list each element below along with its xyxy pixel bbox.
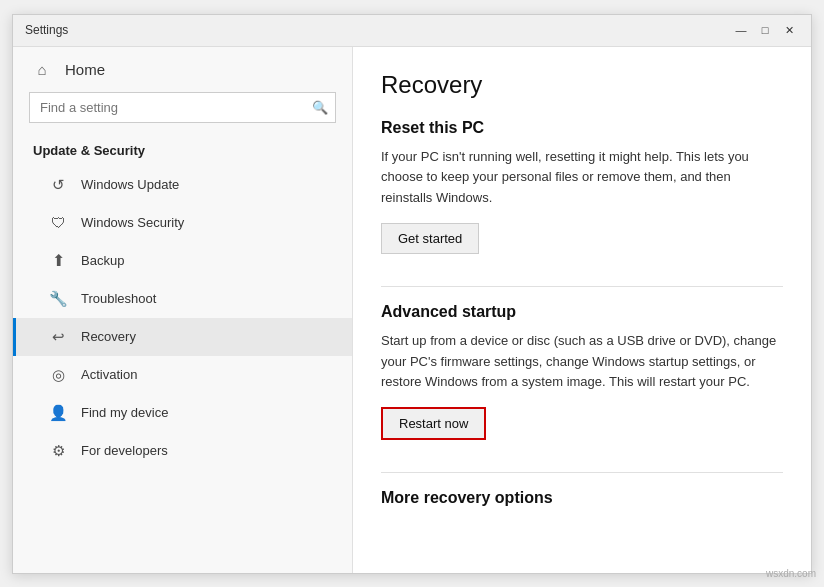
- main-content: Recovery Reset this PC If your PC isn't …: [353, 47, 811, 573]
- page-title: Recovery: [381, 71, 783, 99]
- restart-now-button[interactable]: Restart now: [381, 407, 486, 440]
- sidebar-item-backup[interactable]: ⬆ Backup: [13, 241, 352, 280]
- title-bar: Settings — □ ✕: [13, 15, 811, 47]
- windows-update-icon: ↺: [49, 176, 67, 194]
- troubleshoot-icon: 🔧: [49, 290, 67, 308]
- reset-section-title: Reset this PC: [381, 119, 783, 137]
- for-developers-icon: ⚙: [49, 442, 67, 460]
- sidebar-item-find-my-device[interactable]: 👤 Find my device: [13, 394, 352, 432]
- search-box: 🔍: [29, 92, 336, 123]
- windows-security-icon: 🛡: [49, 214, 67, 231]
- sidebar-item-troubleshoot[interactable]: 🔧 Troubleshoot: [13, 280, 352, 318]
- sidebar-item-label: Windows Update: [81, 177, 179, 192]
- maximize-button[interactable]: □: [755, 20, 775, 40]
- sidebar-item-label: Backup: [81, 253, 124, 268]
- activation-icon: ◎: [49, 366, 67, 384]
- content-area: ⌂ Home 🔍 Update & Security ↺ Windows Upd…: [13, 47, 811, 573]
- home-label: Home: [65, 61, 105, 78]
- get-started-button[interactable]: Get started: [381, 223, 479, 254]
- sidebar-item-activation[interactable]: ◎ Activation: [13, 356, 352, 394]
- home-icon: ⌂: [33, 61, 51, 78]
- sidebar-item-windows-security[interactable]: 🛡 Windows Security: [13, 204, 352, 241]
- sidebar-item-windows-update[interactable]: ↺ Windows Update: [13, 166, 352, 204]
- sidebar-item-label: For developers: [81, 443, 168, 458]
- sidebar-item-label: Troubleshoot: [81, 291, 156, 306]
- watermark: wsxdn.com: [766, 568, 816, 579]
- window-controls: — □ ✕: [731, 20, 799, 40]
- more-recovery-title: More recovery options: [381, 489, 783, 507]
- window-title: Settings: [25, 23, 731, 37]
- sidebar-item-label: Find my device: [81, 405, 168, 420]
- sidebar-section-title: Update & Security: [13, 135, 352, 166]
- settings-window: Settings — □ ✕ ⌂ Home 🔍 Update & Securit…: [12, 14, 812, 574]
- minimize-button[interactable]: —: [731, 20, 751, 40]
- advanced-section-desc: Start up from a device or disc (such as …: [381, 331, 783, 393]
- close-button[interactable]: ✕: [779, 20, 799, 40]
- sidebar-item-label: Recovery: [81, 329, 136, 344]
- sidebar-item-for-developers[interactable]: ⚙ For developers: [13, 432, 352, 470]
- advanced-section-title: Advanced startup: [381, 303, 783, 321]
- recovery-icon: ↩: [49, 328, 67, 346]
- section-divider: [381, 286, 783, 287]
- sidebar: ⌂ Home 🔍 Update & Security ↺ Windows Upd…: [13, 47, 353, 573]
- search-icon: 🔍: [312, 100, 328, 115]
- reset-section-desc: If your PC isn't running well, resetting…: [381, 147, 783, 209]
- section-divider-2: [381, 472, 783, 473]
- search-input[interactable]: [29, 92, 336, 123]
- sidebar-home[interactable]: ⌂ Home: [13, 47, 352, 92]
- backup-icon: ⬆: [49, 251, 67, 270]
- sidebar-item-label: Activation: [81, 367, 137, 382]
- sidebar-item-recovery[interactable]: ↩ Recovery: [13, 318, 352, 356]
- sidebar-item-label: Windows Security: [81, 215, 184, 230]
- find-my-device-icon: 👤: [49, 404, 67, 422]
